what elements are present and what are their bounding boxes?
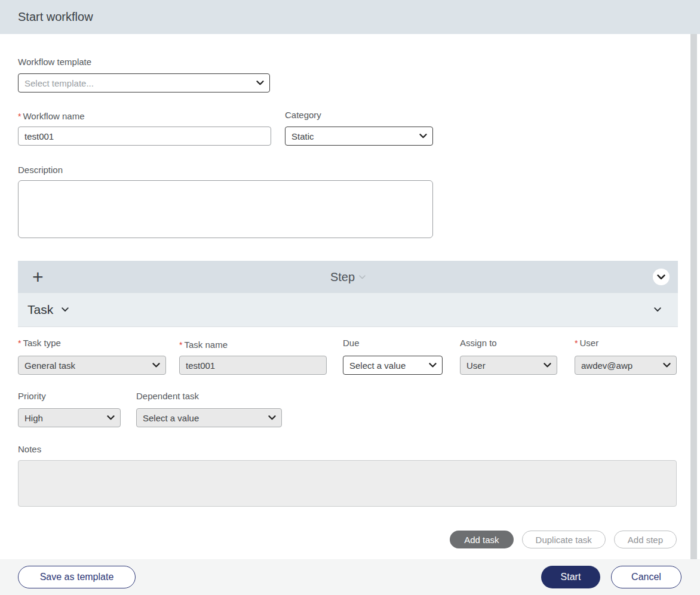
- task-dropdown[interactable]: Task: [27, 293, 69, 326]
- priority-label: Priority: [18, 391, 46, 401]
- chevron-down-icon: [429, 363, 437, 368]
- cancel-button[interactable]: Cancel: [611, 566, 681, 588]
- chevron-down-icon: [152, 363, 160, 368]
- chevron-down-icon: [663, 363, 671, 368]
- assign-to-label: Assign to: [460, 338, 497, 348]
- dependent-task-value: Select a value: [143, 413, 199, 423]
- start-button[interactable]: Start: [541, 566, 600, 588]
- task-type-value: General task: [24, 360, 75, 371]
- start-workflow-dialog: Start workflow Workflow template Select …: [0, 0, 700, 595]
- task-name-input[interactable]: [179, 356, 327, 375]
- notes-label: Notes: [18, 444, 41, 454]
- due-select[interactable]: Select a value: [343, 356, 443, 375]
- step-section-bar: + Step: [18, 261, 678, 293]
- dependent-task-select[interactable]: Select a value: [136, 408, 282, 427]
- workflow-template-select[interactable]: Select template...: [18, 73, 270, 93]
- add-task-button[interactable]: Add task: [450, 531, 513, 548]
- workflow-template-value: Select template...: [24, 78, 94, 88]
- due-label: Due: [343, 338, 360, 348]
- chevron-down-icon: [107, 415, 115, 420]
- user-value: awdev@awp: [581, 360, 633, 371]
- task-actions-row: Add task Duplicate task Add step: [450, 531, 677, 548]
- step-title: Step: [330, 270, 355, 284]
- save-as-template-button[interactable]: Save as template: [18, 566, 136, 588]
- task-name-label: *Task name: [179, 340, 228, 350]
- add-step-button[interactable]: Add step: [614, 531, 677, 548]
- chevron-down-icon: [268, 415, 276, 420]
- chevron-down-icon: [544, 363, 551, 368]
- collapse-step-button[interactable]: [653, 269, 670, 285]
- due-value: Select a value: [349, 360, 406, 371]
- dialog-footer: Save as template Start Cancel: [0, 559, 700, 595]
- vertical-scrollbar[interactable]: [690, 34, 697, 559]
- user-select[interactable]: awdev@awp: [575, 356, 677, 375]
- collapse-task-chevron-icon[interactable]: [654, 293, 661, 326]
- page-title: Start workflow: [18, 0, 93, 34]
- priority-select[interactable]: High: [18, 408, 121, 427]
- description-textarea[interactable]: [18, 180, 433, 238]
- dialog-header: Start workflow: [0, 0, 700, 34]
- category-select[interactable]: Static: [285, 127, 433, 146]
- workflow-template-label: Workflow template: [18, 57, 91, 67]
- notes-textarea[interactable]: [18, 460, 677, 507]
- task-section-bar: Task: [18, 293, 678, 327]
- chevron-down-icon: [62, 307, 69, 312]
- duplicate-task-button[interactable]: Duplicate task: [522, 531, 606, 548]
- task-type-select[interactable]: General task: [18, 356, 166, 375]
- assign-to-value: User: [466, 360, 486, 371]
- description-label: Description: [18, 165, 63, 175]
- chevron-down-icon: [657, 275, 665, 280]
- task-title: Task: [27, 303, 53, 317]
- user-label: *User: [575, 338, 598, 348]
- category-label: Category: [285, 110, 321, 120]
- priority-value: High: [24, 413, 43, 423]
- dependent-task-label: Dependent task: [136, 391, 199, 401]
- category-value: Static: [291, 131, 314, 141]
- step-dropdown[interactable]: Step: [18, 261, 678, 293]
- chevron-down-icon: [256, 81, 264, 85]
- assign-to-select[interactable]: User: [460, 356, 557, 375]
- chevron-down-icon: [419, 134, 427, 138]
- workflow-name-label: *Workflow name: [18, 111, 85, 121]
- workflow-name-input[interactable]: [18, 127, 271, 146]
- chevron-down-icon: [359, 275, 366, 279]
- task-type-label: *Task type: [18, 338, 61, 348]
- required-asterisk: *: [18, 112, 21, 121]
